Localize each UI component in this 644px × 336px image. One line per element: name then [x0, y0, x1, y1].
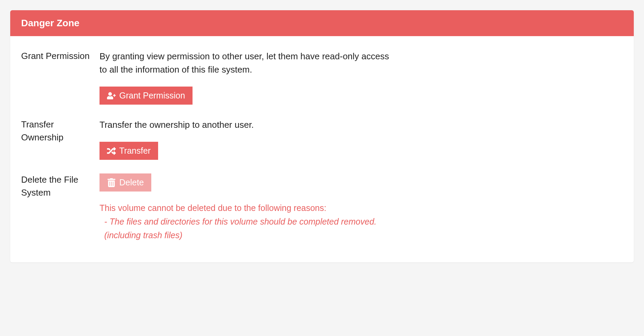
grant-permission-label: Grant Permission [21, 50, 99, 105]
delete-filesystem-row: Delete the File System Delete This volum… [21, 173, 623, 242]
trash-icon [107, 178, 116, 187]
grant-permission-button-label: Grant Permission [119, 91, 185, 101]
grant-permission-description: By granting view permission to other use… [99, 50, 389, 76]
transfer-ownership-row: Transfer Ownership Transfer the ownershi… [21, 118, 623, 160]
transfer-ownership-description: Transfer the ownership to another user. [99, 118, 389, 132]
danger-zone-panel: Danger Zone Grant Permission By granting… [10, 10, 634, 262]
delete-warning-reason: - The files and directories for this vol… [99, 215, 389, 242]
delete-filesystem-label: Delete the File System [21, 173, 99, 242]
delete-warning-intro: This volume cannot be deleted due to the… [99, 201, 389, 215]
grant-permission-button[interactable]: Grant Permission [99, 87, 193, 105]
shuffle-icon [107, 147, 116, 155]
delete-button: Delete [99, 173, 151, 192]
user-plus-icon [107, 91, 116, 100]
grant-permission-row: Grant Permission By granting view permis… [21, 50, 623, 105]
panel-title: Danger Zone [10, 10, 634, 36]
transfer-button[interactable]: Transfer [99, 142, 158, 160]
transfer-button-label: Transfer [119, 146, 151, 156]
delete-button-label: Delete [119, 178, 144, 187]
panel-body: Grant Permission By granting view permis… [10, 36, 634, 262]
delete-warning: This volume cannot be deleted due to the… [99, 201, 389, 242]
transfer-ownership-label: Transfer Ownership [21, 118, 99, 160]
